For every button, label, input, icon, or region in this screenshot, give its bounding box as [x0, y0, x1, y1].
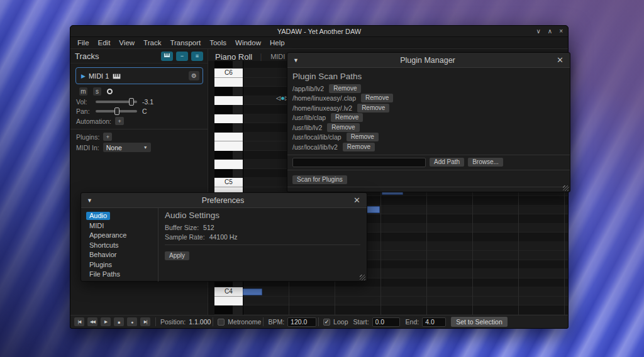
piano-key-Cs5[interactable] — [214, 169, 243, 178]
go-to-end-button[interactable]: ▶| — [140, 317, 150, 326]
piano-key-C4[interactable]: C4 — [214, 287, 243, 297]
piano-key-G5[interactable] — [214, 114, 243, 124]
close-button[interactable]: × — [559, 28, 563, 35]
loop-end-input[interactable] — [422, 317, 446, 327]
remove-path-button[interactable]: Remove — [357, 104, 389, 113]
loop-start-input[interactable] — [372, 317, 400, 327]
piano-key-Ds5[interactable] — [214, 151, 243, 160]
remove-track-button[interactable]: − — [176, 52, 188, 61]
play-button[interactable]: ▶ — [101, 317, 111, 326]
pan-label: Pan: — [76, 107, 93, 115]
plugins-label: Plugins: — [76, 133, 99, 141]
stop-button[interactable]: ■ — [114, 317, 124, 326]
window-controls: ∨∧× — [536, 26, 564, 37]
plugin-path-row: /usr/lib/lv2Remove — [292, 123, 565, 133]
add-instrument-track-button[interactable] — [161, 52, 173, 61]
prefs-nav-appearance[interactable]: Appearance — [86, 231, 158, 241]
go-to-start-button[interactable]: |◀ — [74, 317, 84, 326]
plugins-row: Plugins: + — [76, 133, 208, 141]
menu-file[interactable]: File — [73, 39, 94, 47]
prefs-nav-plugins[interactable]: Plugins — [86, 260, 158, 270]
piano-key-As3[interactable] — [214, 305, 243, 315]
piano-key-C6[interactable]: C6 — [214, 69, 243, 78]
add-path-button[interactable]: Add Path — [430, 158, 464, 167]
prefs-nav-audio[interactable]: Audio — [86, 211, 158, 221]
prefs-nav-file-paths[interactable]: File Paths — [86, 270, 158, 280]
prefs-nav-behavior[interactable]: Behavior — [86, 250, 158, 260]
menu-window[interactable]: Window — [231, 39, 265, 47]
rewind-button[interactable]: ◀◀ — [87, 317, 97, 326]
title-bar[interactable]: YADAW - Yet Another DAW ∨∧× — [70, 26, 568, 37]
piano-key-F5[interactable] — [214, 133, 243, 142]
browse-button[interactable]: Browse... — [468, 158, 503, 167]
piano-key-D5[interactable] — [214, 160, 243, 169]
new-path-input[interactable] — [292, 158, 426, 167]
solo-button[interactable]: s — [93, 87, 101, 96]
prefs-nav-shortcuts[interactable]: Shortcuts — [86, 241, 158, 251]
remove-path-button[interactable]: Remove — [327, 123, 359, 132]
remove-path-button[interactable]: Remove — [331, 113, 363, 122]
divider — [155, 317, 156, 326]
collapse-icon[interactable]: ▼ — [293, 57, 299, 63]
prefs-nav-midi[interactable]: MIDI — [86, 221, 158, 231]
close-icon[interactable]: ✕ — [557, 56, 564, 64]
remove-path-button[interactable]: Remove — [361, 94, 393, 102]
tab-piano-roll[interactable]: Piano Roll — [215, 53, 252, 61]
plugin-scan-paths-heading: Plugin Scan Paths — [292, 72, 565, 81]
volume-slider[interactable] — [96, 98, 137, 106]
mute-button[interactable]: m — [79, 87, 87, 96]
plugin-manager-titlebar[interactable]: ▼ Plugin Manager ✕ — [287, 53, 570, 68]
piano-key-Cs6[interactable] — [214, 61, 243, 69]
close-icon[interactable]: ✕ — [353, 196, 360, 204]
piano-key-As5[interactable] — [214, 87, 243, 96]
plugin-manager-body: Plugin Scan Paths /app/lib/lv2Remove/hom… — [287, 68, 570, 192]
piano-key-C5[interactable]: C5 — [214, 178, 243, 187]
menu-view[interactable]: View — [114, 39, 139, 47]
menu-track[interactable]: Track — [139, 39, 165, 47]
resize-grip[interactable] — [563, 185, 569, 191]
track-settings-button[interactable]: ⚙ — [189, 71, 199, 80]
remove-path-button[interactable]: Remove — [329, 84, 361, 93]
menu-tools[interactable]: Tools — [205, 39, 231, 47]
midi-in-value: None — [106, 144, 143, 151]
preferences-titlebar[interactable]: ▼ Preferences ✕ — [81, 193, 367, 208]
collapse-icon[interactable]: ▼ — [87, 197, 92, 204]
piano-key-B3[interactable] — [214, 297, 243, 306]
apply-button[interactable]: Apply — [165, 251, 189, 260]
pan-slider-handle[interactable] — [114, 107, 119, 115]
pan-slider[interactable] — [96, 107, 137, 115]
remove-path-button[interactable]: Remove — [347, 133, 379, 141]
track-list-button[interactable]: ≡ — [191, 52, 203, 61]
minimize-button[interactable]: ∨ — [536, 28, 541, 35]
midi-note-C4[interactable] — [243, 288, 262, 295]
add-plugin-button[interactable]: + — [103, 133, 112, 141]
metronome-checkbox[interactable] — [218, 319, 225, 326]
resize-left-arrow-icon: ◁ — [276, 96, 280, 101]
track-play-icon[interactable]: ▶ — [81, 73, 86, 79]
piano-key-Fs5[interactable] — [214, 123, 243, 133]
bpm-input[interactable] — [287, 317, 316, 327]
record-arm-button[interactable] — [107, 89, 113, 94]
menu-transport[interactable]: Transport — [165, 39, 205, 47]
piano-key-E5[interactable] — [214, 141, 243, 151]
piano-key-Gs5[interactable] — [214, 105, 243, 114]
menu-edit[interactable]: Edit — [94, 39, 115, 47]
piano-key-B5[interactable] — [214, 78, 243, 87]
record-button[interactable]: ● — [127, 317, 137, 326]
menu-bar: FileEditViewTrackTransportToolsWindowHel… — [70, 37, 568, 49]
maximize-button[interactable]: ∧ — [548, 28, 552, 35]
remove-path-button[interactable]: Remove — [343, 143, 375, 151]
midi-in-dropdown[interactable]: None ▼ — [103, 143, 151, 152]
plugin-path: /app/lib/lv2 — [292, 85, 324, 92]
track-header-midi1[interactable]: ▶ MIDI 1 ⚙ — [75, 67, 203, 84]
scan-for-plugins-button[interactable]: Scan for Plugins — [292, 175, 347, 184]
resize-grip[interactable] — [360, 275, 365, 280]
volume-slider-handle[interactable] — [129, 98, 134, 106]
divider — [287, 187, 570, 187]
loop-checkbox[interactable]: ✓ — [323, 319, 330, 326]
loop-end-label: End: — [406, 318, 419, 326]
menu-help[interactable]: Help — [265, 39, 289, 47]
set-to-selection-button[interactable]: Set to Selection — [451, 317, 508, 327]
add-automation-button[interactable]: + — [115, 117, 124, 125]
piano-key-A5[interactable] — [214, 96, 243, 106]
